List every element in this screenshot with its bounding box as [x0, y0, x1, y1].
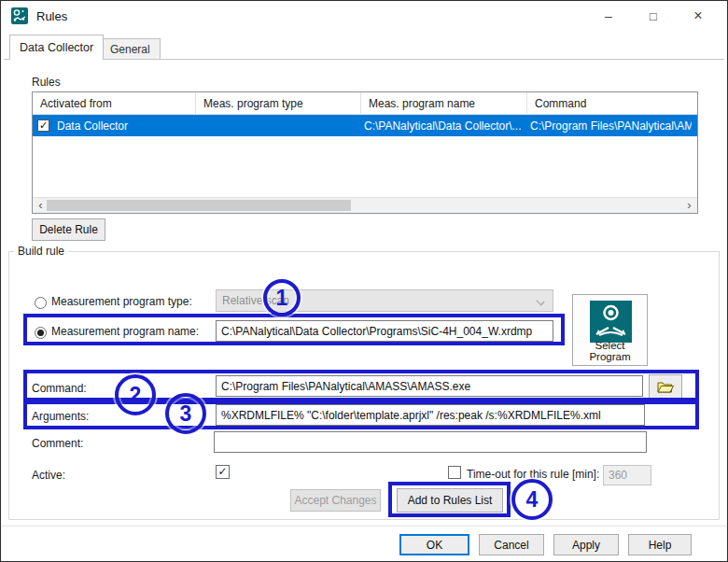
titlebar: Rules – □ ×	[1, 1, 727, 31]
rules-group-label: Rules	[32, 76, 61, 89]
rules-dialog: Rules – □ × Data Collector General Rules…	[0, 0, 728, 562]
tab-general[interactable]: General	[100, 38, 161, 60]
active-checkbox[interactable]: ✓	[216, 465, 230, 479]
select-program-button[interactable]: Select Program	[572, 294, 648, 366]
apply-button[interactable]: Apply	[553, 534, 619, 555]
column-header-command[interactable]: Command	[527, 92, 697, 114]
accept-changes-button[interactable]: Accept Changes	[290, 489, 381, 512]
folder-open-icon	[656, 379, 675, 394]
cell-activated-from: Data Collector	[49, 119, 191, 133]
active-label: Active:	[32, 469, 65, 482]
program-type-dropdown[interactable]: Relative scan	[216, 289, 553, 312]
app-logo-icon	[11, 7, 28, 24]
program-type-label: Measurement program type:	[51, 295, 192, 308]
cell-command: C:\Program Files\PANalytical\AMASS	[523, 119, 692, 133]
tab-data-collector[interactable]: Data Collector	[9, 35, 104, 60]
command-label: Command:	[32, 382, 87, 395]
build-rule-label: Build rule	[14, 245, 68, 258]
close-icon[interactable]: ×	[677, 1, 720, 31]
arguments-input[interactable]	[216, 404, 645, 426]
scrollbar-thumb[interactable]	[47, 200, 351, 211]
cancel-button[interactable]: Cancel	[479, 534, 544, 555]
ok-button[interactable]: OK	[399, 534, 469, 555]
comment-input[interactable]	[214, 431, 647, 453]
delete-rule-button[interactable]: Delete Rule	[32, 218, 105, 241]
command-input[interactable]	[216, 375, 643, 397]
rules-table-header: Activated from Meas. program type Meas. …	[33, 92, 697, 115]
window-title: Rules	[36, 9, 67, 23]
horizontal-scrollbar[interactable]: ‹ ›	[33, 197, 697, 213]
program-name-radio[interactable]	[35, 327, 47, 339]
program-name-input[interactable]	[216, 320, 553, 342]
select-program-label: Select Program	[573, 340, 647, 362]
row-checkbox[interactable]: ✓	[37, 119, 49, 132]
browse-command-button[interactable]	[649, 374, 682, 399]
diffractometer-icon	[590, 301, 632, 343]
maximize-button[interactable]: □	[632, 1, 675, 31]
timeout-label: Time-out for this rule [min]:	[467, 468, 599, 481]
program-type-radio[interactable]	[35, 297, 47, 309]
program-name-label: Measurement program name:	[51, 325, 199, 338]
table-row[interactable]: ✓ Data Collector C:\PANalytical\Data Col…	[33, 115, 697, 136]
timeout-checkbox[interactable]	[448, 466, 461, 479]
add-to-rules-list-button[interactable]: Add to Rules List	[397, 488, 503, 513]
chevron-down-icon	[536, 297, 545, 306]
footer-divider	[2, 526, 726, 527]
column-header-meas-program-name[interactable]: Meas. program name	[361, 92, 527, 114]
scroll-right-icon[interactable]: ›	[681, 198, 697, 213]
column-header-meas-program-type[interactable]: Meas. program type	[196, 92, 361, 114]
arguments-label: Arguments:	[32, 410, 89, 423]
cell-meas-program-name: C:\PANalytical\Data Collector\...	[357, 119, 523, 133]
minimize-button[interactable]: –	[587, 1, 630, 31]
program-type-value: Relative scan	[222, 294, 289, 307]
timeout-input[interactable]	[603, 465, 651, 485]
comment-label: Comment:	[32, 437, 83, 450]
help-button[interactable]: Help	[628, 534, 692, 555]
rules-table: Activated from Meas. program type Meas. …	[32, 91, 698, 214]
tab-strip: Data Collector General	[1, 35, 727, 60]
column-header-activated-from[interactable]: Activated from	[33, 92, 196, 114]
